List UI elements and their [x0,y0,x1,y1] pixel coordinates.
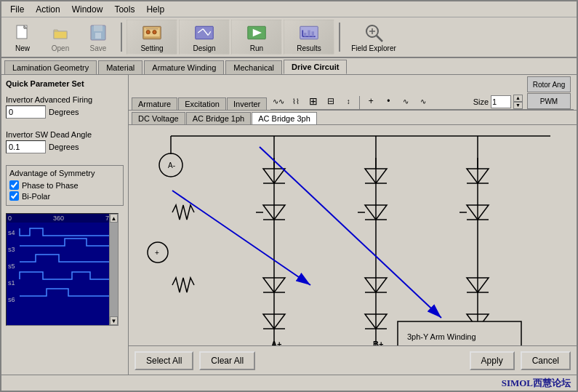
svg-rect-23 [304,33,307,36]
menu-action[interactable]: Action [30,3,65,16]
invertor-firing-group: Invertor Advanced Firing Degrees [6,95,124,121]
symmetry-title: Advantage of Symmetry [9,169,120,177]
menu-file[interactable]: File [4,3,30,16]
wave-icon-2[interactable]: ⌇⌇ [288,93,304,109]
invertor-firing-row: Degrees [6,105,124,119]
svg-line-86 [172,191,310,285]
waveform-header: 0 360 720 [7,214,118,223]
sub-tab-excitation[interactable]: Excitation [178,97,226,110]
phase-to-phase-checkbox[interactable] [9,180,19,190]
svg-text:s6: s6 [8,296,15,303]
svg-text:A-: A- [168,161,175,169]
size-input[interactable] [491,95,511,108]
waveform-label-360: 360 [53,215,64,222]
wave-icon-5[interactable]: ↕ [340,93,356,109]
new-icon [12,23,33,43]
sub-tab-inverter[interactable]: Inverter [227,97,267,110]
svg-text:+: + [155,249,159,257]
design-button[interactable]: Design [179,20,230,55]
wave-icon-4[interactable]: ⊟ [323,93,339,109]
waveform-label-0: 0 [8,215,12,222]
invertor-firing-input[interactable] [6,105,46,119]
menubar: File Action Window Tools Help [1,1,577,17]
setting-button[interactable]: Setting [127,20,177,55]
scroll-track [110,223,118,316]
sub-tab-armature[interactable]: Armature [132,97,177,110]
tab-mechanical[interactable]: Mechanical [225,60,282,74]
invertor-firing-label: Invertor Advanced Firing [6,95,124,104]
svg-text:s5: s5 [8,263,15,270]
bi-polar-row: Bi-Polar [9,191,120,201]
wave-sym-icon[interactable]: ∿ [398,93,414,109]
save-icon [88,23,108,43]
menu-help[interactable]: Help [140,3,170,16]
setting-icon [142,23,162,43]
simol-logo: SIMOL西慧论坛 [502,377,571,390]
svg-point-12 [153,30,156,33]
symmetry-group: Advantage of Symmetry Phase to Phase Bi-… [6,165,124,206]
icon-sep [359,96,360,109]
tab-lamination[interactable]: Lamination Geometry [4,60,97,74]
field-explorer-icon [364,23,384,43]
new-button[interactable]: New [4,20,41,55]
invertor-sw-label: Invertor SW Dead Angle [6,130,124,139]
menu-window[interactable]: Window [66,3,109,16]
invertor-firing-unit: Degrees [49,108,79,116]
field-explorer-label: Field Explorer [351,44,396,52]
svg-text:3ph-Y Arm Winding: 3ph-Y Arm Winding [407,332,476,341]
menu-tools[interactable]: Tools [108,3,140,16]
invertor-sw-unit: Degrees [49,143,79,151]
panel-title: Quick Parameter Set [6,79,124,88]
sub-tab-bar-2: DC Voltage AC Bridge 1ph AC Bridge 3ph [129,111,577,125]
run-button[interactable]: Run [231,20,282,55]
pwm-btn[interactable]: PWM [527,93,571,109]
design-icon [194,23,214,43]
size-spinner: ▲ ▼ [513,95,523,109]
waveform-scrollbar: ▲ ▼ [109,214,118,325]
bi-polar-checkbox[interactable] [9,191,19,201]
invertor-sw-group: Invertor SW Dead Angle Degrees [6,130,124,156]
bi-polar-label: Bi-Polar [22,192,50,201]
content-area: Quick Parameter Set Invertor Advanced Fi… [1,75,577,375]
invertor-sw-input[interactable] [6,140,46,153]
schematic-canvas: A- + [129,125,577,345]
plus-icon[interactable]: + [363,93,379,109]
svg-text:B+: B+ [373,340,383,345]
setting-label: Setting [140,44,163,52]
cancel-button[interactable]: Cancel [521,351,571,370]
size-up-btn[interactable]: ▲ [513,95,523,102]
clear-all-button[interactable]: Clear All [199,351,255,370]
sub-tab-bar-1: Armature Excitation Inverter ∿∿ ⌇⌇ ⊞ ⊟ ↕… [129,75,577,111]
schematic-svg: A- + [129,125,577,345]
select-all-button[interactable]: Select All [135,351,193,370]
sub-tab-ac-bridge-3ph[interactable]: AC Bridge 3ph [252,112,317,124]
scroll-down-btn[interactable]: ▼ [110,316,118,325]
svg-rect-24 [308,30,310,36]
scroll-up-btn[interactable]: ▲ [110,214,118,223]
dot-icon[interactable]: • [380,93,396,109]
tab-armature-winding[interactable]: Armature Winding [144,60,224,74]
tab-material[interactable]: Material [98,60,143,74]
wave-ac-icon[interactable]: ∿ [415,93,431,109]
rotor-ang-btn[interactable]: Rotor Ang [527,76,571,92]
tab-drive-circuit[interactable]: Drive Circuit [284,60,347,74]
size-label: Size [473,97,489,106]
open-button[interactable]: Open [42,20,79,55]
wave-icon-3[interactable]: ⊞ [305,93,321,109]
svg-text:s1: s1 [8,279,15,287]
save-label: Save [90,44,107,52]
apply-button[interactable]: Apply [470,351,515,370]
field-explorer-button[interactable]: Field Explorer [345,20,403,55]
icon-toolbar-row: ∿∿ ⌇⌇ ⊞ ⊟ ↕ + • ∿ ∿ Size ▲ ▼ [270,76,574,110]
sub-tab-dc-voltage[interactable]: DC Voltage [132,112,185,124]
svg-rect-25 [312,31,315,36]
save-button[interactable]: Save [80,20,116,55]
results-label: Results [297,44,321,52]
sub-tab-ac-bridge-1ph[interactable]: AC Bridge 1ph [186,112,252,124]
results-button[interactable]: Results [284,20,334,55]
design-label: Design [193,44,215,52]
wave-icon-1[interactable]: ∿∿ [270,93,286,109]
phase-to-phase-label: Phase to Phase [22,181,79,190]
svg-rect-7 [94,25,103,31]
size-down-btn[interactable]: ▼ [513,102,523,109]
